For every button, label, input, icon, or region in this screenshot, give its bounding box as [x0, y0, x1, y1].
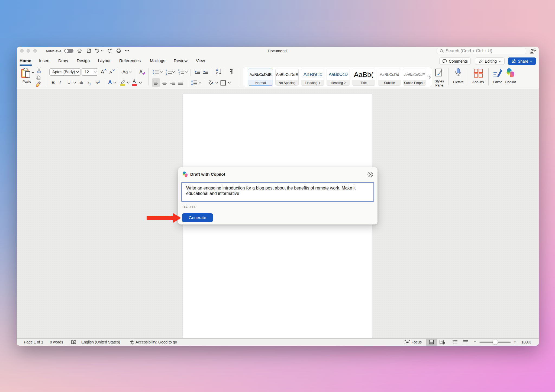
svg-text:i: i [179, 73, 180, 75]
svg-text:a: a [179, 71, 180, 73]
svg-text:3: 3 [166, 73, 167, 75]
svg-text:1: 1 [178, 69, 179, 71]
svg-text:A: A [216, 69, 218, 72]
svg-text:Z: Z [216, 72, 218, 75]
